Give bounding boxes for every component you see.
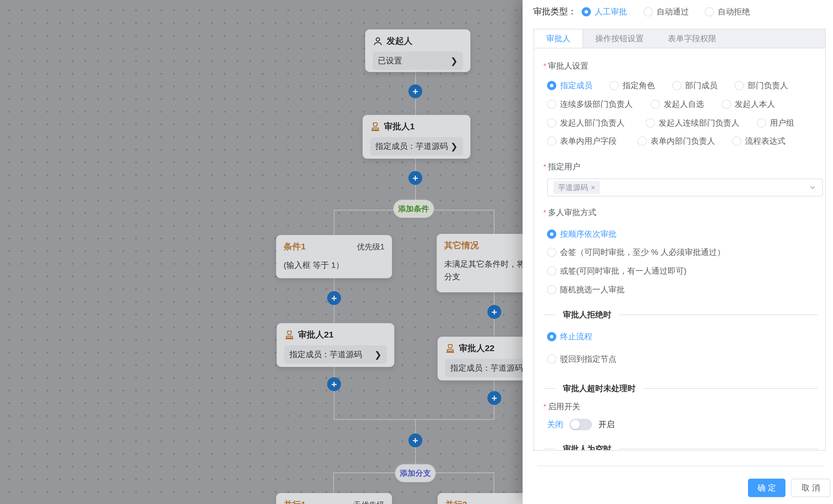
approver-option[interactable]: 指定成员	[547, 80, 592, 91]
approver-option[interactable]: 表单内用户字段	[547, 136, 617, 147]
radio-icon	[638, 136, 647, 146]
enable-toggle[interactable]	[570, 419, 592, 430]
multi-approve-option[interactable]: 会签（可同时审批，至少 % 人必须审批通过）	[547, 247, 725, 258]
stamp-icon	[284, 330, 294, 340]
approver-option[interactable]: 用户组	[757, 118, 794, 128]
tab-approver[interactable]: 审批人	[534, 29, 583, 48]
add-condition-button[interactable]: 添加条件	[394, 200, 434, 218]
approval-type-auto-reject[interactable]: 自动拒绝	[705, 6, 750, 17]
multi-approve-option[interactable]: 随机挑选一人审批	[547, 284, 625, 295]
required-asterisk: *	[543, 162, 546, 171]
approver21-node[interactable]: 审批人21 指定成员：芋道源码 ❯	[277, 323, 394, 367]
radio-icon	[547, 136, 556, 146]
connector-line	[494, 472, 494, 493]
workflow-designer: 发起人 已设置 ❯ + 审批人1 指定成员：芋道源码 ❯ + 添加条件	[0, 0, 833, 504]
radio-icon	[547, 267, 556, 276]
person-icon	[373, 36, 383, 46]
multi-approve-option[interactable]: 按顺序依次审批	[547, 229, 617, 240]
tab-form-permissions[interactable]: 表单字段权限	[656, 29, 729, 48]
priority-label: 优先级1	[357, 242, 384, 252]
radio-icon	[735, 81, 744, 90]
tab-button-settings[interactable]: 操作按钮设置	[583, 29, 656, 48]
node-summary[interactable]: 指定成员：芋道源码 ❯	[370, 137, 463, 155]
approver-option[interactable]: 发起人部门负责人	[547, 118, 625, 128]
plus-icon: +	[492, 307, 497, 317]
node-summary[interactable]: 已设置 ❯	[373, 52, 463, 70]
approver-setting-label: *审批人设置	[543, 60, 588, 71]
multi-approve-option[interactable]: 或签(可同时审批，有一人通过即可)	[547, 266, 687, 276]
radio-icon	[547, 229, 556, 239]
connector-line	[334, 366, 335, 420]
approver-option[interactable]: 发起人连续部门负责人	[646, 118, 739, 128]
node-summary[interactable]: 指定成员：芋道源码 ❯	[284, 345, 387, 364]
add-node-button[interactable]: +	[408, 84, 422, 98]
close-icon[interactable]: ×	[591, 183, 595, 192]
radio-icon	[705, 7, 714, 17]
approval-type-manual[interactable]: 人工审批	[582, 6, 627, 17]
chevron-right-icon: ❯	[375, 350, 382, 360]
add-node-button[interactable]: +	[327, 291, 341, 305]
node-title: 审批人21	[298, 329, 333, 341]
merge-line	[334, 419, 495, 420]
cancel-button[interactable]: 取 消	[791, 479, 830, 497]
approver-option[interactable]: 部门负责人	[735, 80, 788, 91]
confirm-button[interactable]: 确 定	[748, 479, 785, 497]
radio-icon	[644, 7, 653, 17]
plus-icon: +	[412, 435, 418, 445]
empty-approver-section-divider: 审批人为空时	[543, 444, 818, 451]
tab-bar: 审批人 操作按钮设置 表单字段权限	[534, 29, 825, 48]
add-node-button[interactable]: +	[408, 433, 422, 447]
approval-type-auto-pass[interactable]: 自动通过	[644, 6, 689, 17]
approver-option[interactable]: 流程表达式	[732, 136, 785, 147]
enable-switch-label: *启用开关	[543, 401, 580, 412]
add-node-button[interactable]: +	[408, 171, 422, 185]
connector-line	[334, 210, 335, 235]
approver-option[interactable]: 连续多级部门负责人	[547, 99, 633, 110]
required-asterisk: *	[543, 402, 546, 411]
radio-icon	[547, 248, 556, 257]
approver1-node[interactable]: 审批人1 指定成员：芋道源码 ❯	[363, 115, 470, 159]
add-node-button[interactable]: +	[487, 305, 501, 319]
connector-line	[494, 210, 495, 234]
stamp-icon	[370, 122, 380, 132]
start-node[interactable]: 发起人 已设置 ❯	[365, 29, 470, 72]
add-node-button[interactable]: +	[487, 391, 501, 405]
approver-option[interactable]: 部门成员	[672, 80, 717, 91]
required-asterisk: *	[543, 61, 546, 70]
required-asterisk: *	[543, 208, 546, 217]
switch-off-label: 关闭	[547, 419, 563, 430]
priority-label: 无优先级	[353, 500, 384, 504]
radio-icon	[582, 7, 591, 17]
reject-option-terminate[interactable]: 终止流程	[547, 331, 592, 342]
plus-icon: +	[492, 393, 497, 403]
section-title: 审批人为空时	[563, 444, 611, 451]
toggle-knob	[571, 420, 580, 429]
approval-config-drawer: 审批类型： 人工审批 自动通过 自动拒绝 审批人 操作按钮设置 表单字段权限 *…	[523, 0, 833, 504]
radio-icon	[651, 100, 660, 109]
approver-option[interactable]: 发起人自选	[651, 99, 704, 110]
chevron-right-icon: ❯	[451, 56, 458, 66]
chevron-down-icon	[809, 183, 816, 192]
parallel1-node[interactable]: 并行1 无优先级	[276, 493, 392, 504]
chevron-right-icon: ❯	[451, 142, 458, 151]
timeout-switch-row: 关闭 开启	[547, 419, 615, 430]
plus-icon: +	[331, 379, 337, 389]
add-node-button[interactable]: +	[327, 377, 341, 391]
assign-user-label: *指定用户	[543, 161, 580, 172]
approver-option[interactable]: 指定角色	[610, 80, 655, 91]
add-branch-button[interactable]: 添加分支	[395, 464, 435, 482]
approver-option[interactable]: 发起人本人	[722, 99, 775, 110]
condition1-node[interactable]: 条件1 优先级1 (输入框 等于 1）	[276, 235, 392, 278]
radio-icon	[547, 118, 556, 128]
condition-expression: (输入框 等于 1）	[284, 259, 384, 272]
config-tabs-panel: 审批人 操作按钮设置 表单字段权限 *审批人设置 指定成员 指定角色 部门成员 …	[533, 29, 826, 451]
reject-section-divider: 审批人拒绝时	[543, 309, 818, 320]
radio-icon	[610, 81, 619, 90]
assign-user-select[interactable]: 芋道源码 ×	[547, 179, 823, 196]
node-title: 并行2	[445, 499, 467, 504]
stamp-icon	[445, 343, 455, 354]
approver-option[interactable]: 表单内部门负责人	[638, 136, 715, 147]
node-title: 条件1	[284, 241, 306, 253]
timeout-section-divider: 审批人超时未处理时	[543, 383, 818, 394]
reject-option-return-node[interactable]: 驳回到指定节点	[547, 354, 617, 364]
